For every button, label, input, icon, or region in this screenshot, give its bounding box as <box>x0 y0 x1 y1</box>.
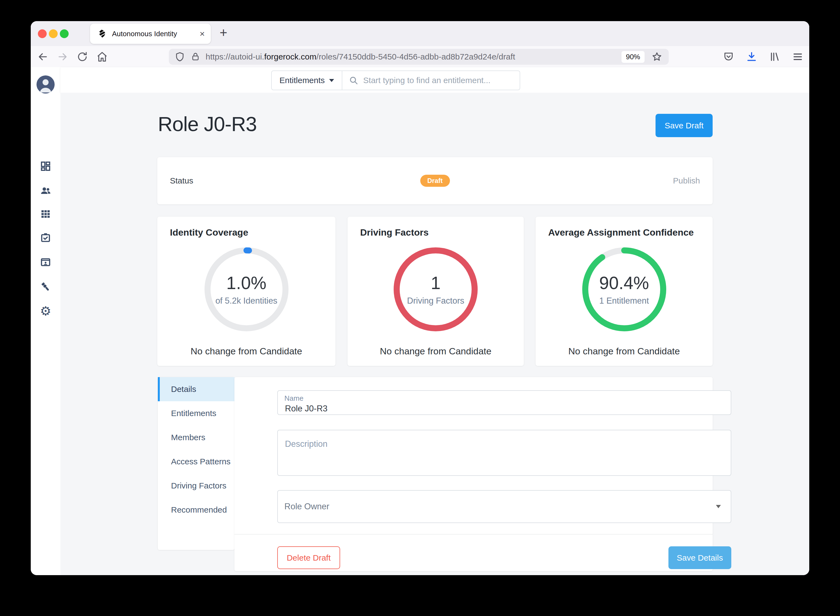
forward-icon[interactable] <box>55 46 70 67</box>
name-field: Name <box>277 390 731 415</box>
forgerock-logo-icon <box>97 29 107 39</box>
name-field-label: Name <box>284 394 303 403</box>
home-icon[interactable] <box>94 46 110 67</box>
chevron-down-icon <box>329 79 334 82</box>
card-title: Average Assignment Confidence <box>548 227 694 238</box>
screenshot-stage: Autonomous Identity × + https://autoid-u… <box>0 0 840 616</box>
browser-tab[interactable]: Autonomous Identity × <box>90 23 211 44</box>
traffic-light-close[interactable] <box>38 29 47 38</box>
details-form-card: Name Role Owner Delete Draft Save Detail… <box>234 377 713 571</box>
donut-value: 90.4% <box>599 273 649 293</box>
chevron-down-icon <box>716 505 721 508</box>
sidebar-entitlements-icon[interactable] <box>31 257 60 268</box>
role-owner-label: Role Owner <box>284 502 330 512</box>
assignment-confidence-card: Average Assignment Confidence 90.4% 1 En… <box>535 217 713 366</box>
traffic-light-zoom[interactable] <box>60 29 69 38</box>
sidebar-tasks-icon[interactable] <box>31 232 60 244</box>
url-domain: forgerock.com <box>264 52 316 61</box>
menu-hamburger-icon[interactable] <box>792 51 803 62</box>
tab-recommended[interactable]: Recommended <box>158 498 234 522</box>
role-owner-select[interactable]: Role Owner <box>277 490 731 523</box>
sidebar-rules-gavel-icon[interactable] <box>31 281 60 293</box>
description-input[interactable] <box>284 439 719 470</box>
card-title: Driving Factors <box>360 227 428 238</box>
status-label: Status <box>170 176 193 185</box>
tab-entitlements[interactable]: Entitlements <box>158 401 234 425</box>
form-divider <box>234 534 713 535</box>
back-icon[interactable] <box>35 46 50 67</box>
avatar[interactable] <box>37 75 54 94</box>
search-input[interactable] <box>363 75 513 85</box>
donut-value: 1 <box>431 273 441 293</box>
browser-window: Autonomous Identity × + https://autoid-u… <box>31 21 809 575</box>
search-icon <box>349 76 358 85</box>
tab-driving-factors[interactable]: Driving Factors <box>158 474 234 498</box>
new-tab-button[interactable]: + <box>219 25 227 40</box>
pocket-icon[interactable] <box>723 51 734 62</box>
status-card: Status Draft Publish <box>157 157 713 204</box>
url-prefix: https://autoid-ui. <box>206 52 264 61</box>
sidebar-applications-icon[interactable] <box>31 208 60 219</box>
page-title: Role J0-R3 <box>158 113 257 136</box>
driving-factors-card: Driving Factors 1 Driving Factors No cha… <box>347 217 524 366</box>
donut-sublabel: 1 Entitlement <box>599 296 649 306</box>
card-title: Identity Coverage <box>170 227 248 238</box>
url-text: https://autoid-ui.forgerock.com/roles/74… <box>206 52 621 62</box>
library-icon[interactable] <box>769 51 780 62</box>
assignment-confidence-donut: 90.4% 1 Entitlement <box>582 247 666 331</box>
detail-tabs: Details Entitlements Members Access Patt… <box>158 377 234 550</box>
identity-coverage-card: Identity Coverage 1.0% of 5.2k Identitie… <box>157 217 335 366</box>
tracking-shield-icon[interactable] <box>175 52 185 62</box>
zoom-level-badge[interactable]: 90% <box>621 51 644 63</box>
app-sidebar: ⚙ <box>31 67 61 575</box>
sidebar-identities-icon[interactable] <box>31 185 60 197</box>
name-input[interactable] <box>284 403 697 414</box>
identity-coverage-donut: 1.0% of 5.2k Identities <box>204 247 288 331</box>
bookmark-star-icon[interactable] <box>652 51 662 62</box>
tab-close-icon[interactable]: × <box>200 29 205 38</box>
sidebar-settings-gear-icon[interactable]: ⚙ <box>31 305 60 317</box>
publish-link[interactable]: Publish <box>673 176 700 185</box>
description-field <box>277 430 731 476</box>
downloads-icon[interactable] <box>746 51 757 62</box>
app-header: Entitlements <box>60 67 809 93</box>
donut-sublabel: of 5.2k Identities <box>215 296 278 306</box>
tab-title: Autonomous Identity <box>112 29 200 38</box>
donut-sublabel: Driving Factors <box>407 296 464 306</box>
reload-icon[interactable] <box>75 46 90 67</box>
traffic-light-minimize[interactable] <box>49 29 57 38</box>
url-bar[interactable]: https://autoid-ui.forgerock.com/roles/74… <box>169 49 669 65</box>
driving-factors-donut: 1 Driving Factors <box>394 247 478 331</box>
delete-draft-button[interactable]: Delete Draft <box>277 546 340 569</box>
card-note: No change from Candidate <box>535 346 713 356</box>
entitlement-search-group: Entitlements <box>271 70 520 90</box>
tab-access-patterns[interactable]: Access Patterns <box>158 450 234 474</box>
sidebar-dashboard-icon[interactable] <box>31 160 60 172</box>
search-field-wrap <box>342 71 520 90</box>
lock-icon[interactable] <box>191 52 200 62</box>
browser-toolbar: https://autoid-ui.forgerock.com/roles/74… <box>31 46 809 68</box>
toolbar-right-icons <box>723 46 803 67</box>
page-content: Role J0-R3 Save Draft Status Draft Publi… <box>60 93 809 575</box>
tab-details[interactable]: Details <box>158 377 234 401</box>
browser-tab-bar: Autonomous Identity × + <box>31 21 809 46</box>
card-note: No change from Candidate <box>347 346 524 356</box>
save-draft-button[interactable]: Save Draft <box>656 114 713 137</box>
url-path: /roles/74150ddb-5450-4d56-adbb-ad8b72a9d… <box>316 52 515 61</box>
search-type-label: Entitlements <box>280 76 325 85</box>
donut-value: 1.0% <box>227 273 266 293</box>
search-type-dropdown[interactable]: Entitlements <box>272 71 342 90</box>
card-note: No change from Candidate <box>157 346 335 356</box>
status-badge: Draft <box>420 175 450 187</box>
tab-members[interactable]: Members <box>158 425 234 450</box>
save-details-button[interactable]: Save Details <box>668 546 731 569</box>
